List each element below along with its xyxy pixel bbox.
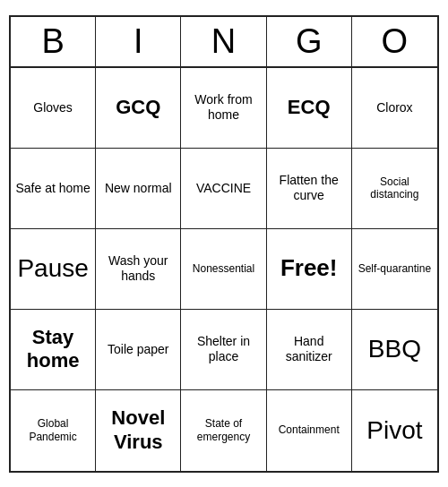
bingo-cell: Containment <box>267 390 352 471</box>
bingo-cell: State of emergency <box>181 390 266 471</box>
header-letter: O <box>352 17 437 66</box>
bingo-cell: Flatten the curve <box>267 149 352 229</box>
bingo-cell: Stay home <box>11 310 96 390</box>
bingo-cell: Free! <box>267 229 352 310</box>
header-letter: B <box>11 17 96 66</box>
bingo-cell: Shelter in place <box>181 310 266 390</box>
bingo-cell: BBQ <box>352 310 437 390</box>
header-letter: I <box>96 17 181 66</box>
header-letter: G <box>267 17 352 66</box>
bingo-cell: Hand sanitizer <box>267 310 352 390</box>
bingo-grid: GlovesGCQWork from homeECQCloroxSafe at … <box>11 68 437 471</box>
bingo-cell: Pause <box>11 229 96 310</box>
bingo-cell: VACCINE <box>181 149 266 229</box>
bingo-card: BINGO GlovesGCQWork from homeECQCloroxSa… <box>9 15 439 473</box>
bingo-cell: Novel Virus <box>96 390 181 471</box>
bingo-cell: New normal <box>96 149 181 229</box>
bingo-cell: Social distancing <box>352 149 437 229</box>
bingo-cell: Self-quarantine <box>352 229 437 310</box>
bingo-cell: ECQ <box>267 68 352 149</box>
header-letter: N <box>181 17 266 66</box>
bingo-cell: Gloves <box>11 68 96 149</box>
bingo-cell: Work from home <box>181 68 266 149</box>
bingo-cell: Nonessential <box>181 229 266 310</box>
bingo-cell: Safe at home <box>11 149 96 229</box>
bingo-cell: Wash your hands <box>96 229 181 310</box>
bingo-cell: Global Pandemic <box>11 390 96 471</box>
bingo-header: BINGO <box>11 17 437 68</box>
bingo-cell: Toile paper <box>96 310 181 390</box>
bingo-cell: GCQ <box>96 68 181 149</box>
bingo-cell: Pivot <box>352 390 437 471</box>
bingo-cell: Clorox <box>352 68 437 149</box>
